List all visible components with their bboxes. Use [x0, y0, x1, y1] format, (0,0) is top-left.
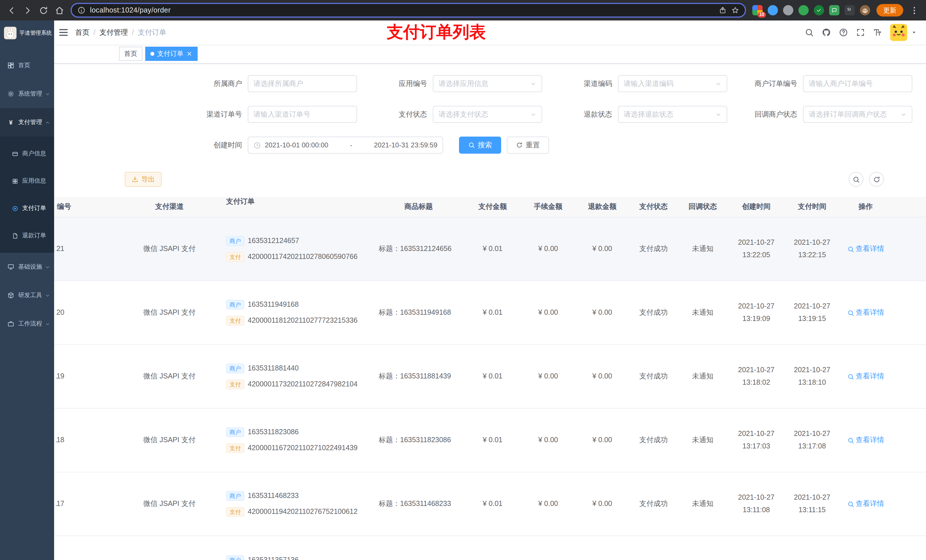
- font-size-icon[interactable]: [873, 28, 882, 37]
- tab-pay-order[interactable]: 支付订单: [145, 47, 198, 61]
- channel-order-no-input-wrap: [248, 106, 357, 123]
- notify-status-select[interactable]: 请选择订单回调商户状态: [803, 106, 912, 123]
- github-icon[interactable]: [822, 28, 831, 37]
- pay-channel: 微信 JSAPI 支付: [120, 281, 219, 344]
- date-range-picker[interactable]: 2021-10-01 00:00:00 - 2021-10-31 23:59:5…: [248, 137, 443, 154]
- close-icon[interactable]: [186, 51, 192, 57]
- merchant-tag: 商户: [226, 236, 244, 246]
- view-detail-link[interactable]: 查看详情: [847, 498, 884, 509]
- col-order: 支付订单: [219, 197, 373, 217]
- app-logo[interactable]: 芋道管理系统: [0, 21, 54, 45]
- pay-order-no: 4200001167202110271022491439: [248, 443, 358, 454]
- user-avatar[interactable]: [890, 24, 907, 41]
- sidebar-item-app-info[interactable]: 应用信息: [0, 167, 54, 195]
- address-bar[interactable]: localhost:1024/pay/order: [71, 3, 746, 18]
- order-id: 121: [56, 244, 64, 254]
- merchant-input-wrap: [248, 75, 357, 92]
- table-row[interactable]: 121 微信 JSAPI 支付 商户1635312124657 支付420000…: [54, 217, 926, 281]
- payment-submenu: 商户信息 应用信息 支付订单 退款订单: [0, 137, 54, 253]
- create-time: 13:22:05: [742, 250, 770, 261]
- sidebar-item-home[interactable]: 首页: [0, 51, 54, 80]
- sidebar-item-workflow[interactable]: 工作流程: [0, 309, 54, 338]
- merchant-order-no-input[interactable]: [809, 76, 906, 92]
- sidebar-item-devtools[interactable]: 研发工具: [0, 281, 54, 309]
- merchant-order-no: 1635312124657: [248, 236, 299, 247]
- tab-home[interactable]: 首页: [119, 47, 142, 61]
- create-date: 2021-10-27: [738, 365, 775, 376]
- forward-icon[interactable]: [23, 5, 32, 15]
- sidebar-item-payment[interactable]: ¥ 支付管理: [0, 108, 54, 137]
- sidebar-toggle-icon[interactable]: [59, 29, 68, 36]
- sidebar-item-label: 退款订单: [22, 232, 46, 240]
- pay-tag: 支付: [226, 252, 244, 262]
- sidebar-item-pay-order[interactable]: 支付订单: [0, 195, 54, 222]
- merchant-tag: 商户: [226, 300, 244, 309]
- app-no-select[interactable]: 请选择应用信息: [433, 75, 542, 92]
- extension-icon[interactable]: 10: [752, 5, 763, 15]
- extension-chat-icon[interactable]: [829, 5, 840, 15]
- view-detail-link[interactable]: 查看详情: [847, 435, 884, 445]
- view-detail-link[interactable]: 查看详情: [847, 244, 884, 254]
- reload-icon[interactable]: [39, 5, 48, 15]
- fullscreen-icon[interactable]: [856, 28, 865, 37]
- refresh-table-button[interactable]: [869, 172, 884, 187]
- channel-code-select[interactable]: 请输入渠道编码: [618, 75, 727, 92]
- table-row[interactable]: 119 微信 JSAPI 支付 商户1635311881440 支付420000…: [54, 345, 926, 409]
- refund-amount: [575, 536, 629, 560]
- view-detail-link[interactable]: 查看详情: [847, 371, 884, 382]
- caret-down-icon[interactable]: [911, 30, 917, 35]
- pay-channel: 微信 JSAPI 支付: [120, 217, 219, 281]
- reset-button[interactable]: 重置: [507, 137, 549, 154]
- toggle-search-button[interactable]: [849, 172, 863, 187]
- sidebar-item-refund-order[interactable]: 退款订单: [0, 222, 54, 249]
- pay-status-select[interactable]: 请选择支付状态: [433, 106, 542, 123]
- sidebar-item-merchant-info[interactable]: 商户信息: [0, 140, 54, 167]
- table-row[interactable]: 120 微信 JSAPI 支付 商户1635311949168 支付420000…: [54, 281, 926, 345]
- extension-check-icon[interactable]: [814, 5, 824, 15]
- notify-status: 未通知: [678, 409, 728, 472]
- order-id: 117: [56, 498, 64, 509]
- fee-amount: ¥ 0.00: [521, 281, 575, 344]
- product-title: 标题：1635311468233: [373, 472, 464, 536]
- table-row[interactable]: 118 微信 JSAPI 支付 商户1635311823086 支付420000…: [54, 409, 926, 472]
- col-id: 编号: [57, 202, 71, 212]
- bookmark-star-icon[interactable]: [731, 6, 739, 14]
- breadcrumb-home[interactable]: 首页: [75, 27, 89, 37]
- chrome-update-button[interactable]: 更新: [876, 4, 903, 17]
- site-info-icon[interactable]: [77, 6, 85, 14]
- chevron-down-icon: [45, 91, 50, 97]
- share-icon[interactable]: [719, 6, 727, 14]
- table-row[interactable]: 117 微信 JSAPI 支付 商户1635311468233 支付420000…: [54, 472, 926, 536]
- filter-label: 回调商户状态: [737, 110, 797, 119]
- search-icon[interactable]: [805, 28, 814, 37]
- extension-icon[interactable]: [783, 5, 793, 15]
- card-icon: [12, 151, 18, 157]
- export-button[interactable]: 导出: [125, 172, 162, 187]
- home-icon[interactable]: [54, 5, 64, 15]
- merchant-input[interactable]: [253, 76, 351, 92]
- url-text[interactable]: localhost:1024/pay/order: [90, 6, 714, 14]
- channel-order-no-input[interactable]: [253, 106, 351, 122]
- extension-pin-icon[interactable]: [844, 5, 855, 15]
- chrome-menu-icon[interactable]: [909, 5, 919, 15]
- table-row[interactable]: 116 商户1635311357136 支付: [54, 536, 926, 560]
- profile-avatar[interactable]: [860, 5, 870, 15]
- help-icon[interactable]: [839, 28, 848, 37]
- refresh-icon: [516, 142, 523, 148]
- extension-icon[interactable]: [799, 5, 809, 15]
- sidebar-item-infra[interactable]: 基础设施: [0, 253, 54, 281]
- filter-label: 商户订单编号: [737, 79, 797, 89]
- notify-status: 未通知: [678, 281, 728, 344]
- notify-status: 未通知: [678, 217, 728, 281]
- create-date: 2021-10-27: [738, 238, 775, 248]
- refund-status-select[interactable]: 请选择退款状态: [618, 106, 727, 123]
- chevron-up-icon: [45, 120, 50, 125]
- sidebar-item-system[interactable]: 系统管理: [0, 80, 54, 108]
- extension-icon[interactable]: [768, 5, 778, 15]
- view-detail-link[interactable]: 查看详情: [847, 307, 884, 318]
- breadcrumb-separator: /: [94, 29, 95, 36]
- back-icon[interactable]: [7, 5, 17, 15]
- search-button[interactable]: 搜索: [459, 137, 501, 154]
- breadcrumb-section[interactable]: 支付管理: [99, 27, 128, 37]
- refund-amount: ¥ 0.00: [575, 281, 629, 344]
